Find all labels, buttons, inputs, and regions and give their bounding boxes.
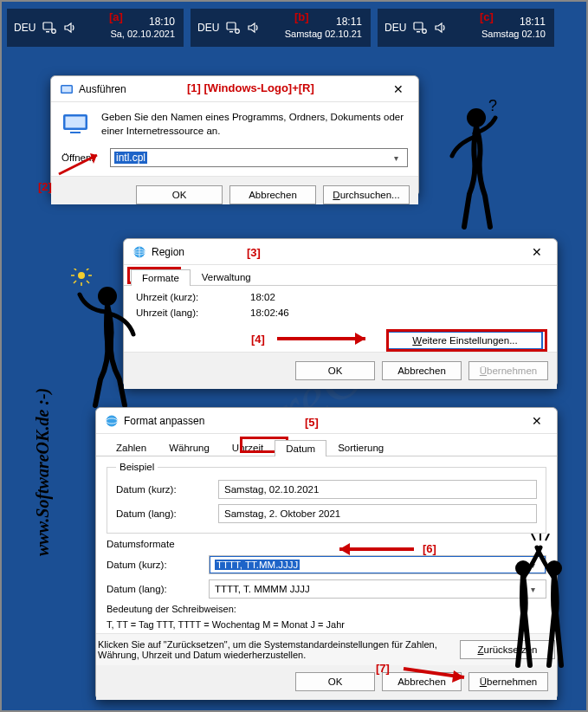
tab-verwaltung[interactable]: Verwaltung bbox=[191, 269, 262, 285]
tray-panel-c: DEU 18:11 Samstag 02.10 bbox=[378, 9, 554, 47]
svg-rect-12 bbox=[66, 117, 86, 128]
figure-thinker: ? bbox=[435, 99, 513, 237]
svg-rect-4 bbox=[229, 31, 233, 32]
open-input[interactable]: intl.cpl ▾ bbox=[110, 148, 408, 167]
callout-2: [2] bbox=[38, 180, 52, 193]
svg-line-28 bbox=[74, 269, 76, 270]
volume-icon[interactable] bbox=[63, 22, 77, 34]
run-big-icon bbox=[61, 111, 91, 135]
row-uhrzeit-kurz: Uhrzeit (kurz):18:02 bbox=[136, 289, 545, 305]
svg-rect-13 bbox=[70, 132, 81, 133]
region-title: Region bbox=[152, 246, 524, 258]
svg-point-23 bbox=[78, 272, 85, 279]
callout-arrow-6 bbox=[327, 540, 417, 558]
watermark-side: www.SoftwareOK.de :-) bbox=[33, 388, 53, 556]
close-button[interactable]: ✕ bbox=[524, 246, 550, 258]
combo-fmt-kurz[interactable]: TTTT, TT.MM.JJJJ ▾ bbox=[209, 555, 546, 574]
browse-button[interactable]: Durchsuchen... bbox=[323, 185, 410, 204]
legend-beispiel: Beispiel bbox=[116, 462, 158, 472]
callout-arrow-4 bbox=[275, 329, 381, 348]
callout-arrow-7 bbox=[402, 662, 480, 683]
callout-6: [6] bbox=[423, 542, 436, 555]
svg-point-5 bbox=[236, 29, 240, 34]
tray-lang-b[interactable]: DEU bbox=[197, 22, 219, 34]
svg-line-14 bbox=[59, 155, 97, 174]
tab-waehrung[interactable]: Währung bbox=[158, 439, 221, 456]
legend-datumsformate: Datumsformate bbox=[107, 539, 546, 549]
close-button[interactable]: ✕ bbox=[385, 83, 411, 95]
tab-zahlen[interactable]: Zahlen bbox=[105, 439, 158, 456]
apply-button[interactable]: Übernehmen bbox=[468, 361, 548, 380]
ok-button[interactable]: OK bbox=[295, 672, 375, 691]
svg-rect-1 bbox=[46, 31, 49, 32]
svg-line-31 bbox=[87, 269, 89, 270]
callout-arrow-2 bbox=[54, 152, 111, 178]
svg-rect-10 bbox=[62, 86, 72, 92]
label-datum-lang: Datum (lang): bbox=[116, 508, 210, 519]
label-fmt-lang: Datum (lang): bbox=[107, 584, 200, 594]
svg-rect-6 bbox=[414, 23, 423, 29]
callout-4: [4] bbox=[251, 333, 265, 346]
region-icon bbox=[132, 245, 146, 259]
hint-body: T, TT = Tag TTT, TTTT = Wochentag M = Mo… bbox=[107, 617, 546, 632]
cancel-button[interactable]: Abbrechen bbox=[382, 361, 462, 380]
callout-b: [b] bbox=[294, 10, 309, 23]
tray-lang[interactable]: DEU bbox=[14, 22, 36, 34]
network-icon[interactable] bbox=[413, 22, 427, 34]
svg-line-42 bbox=[546, 534, 549, 540]
callout-c: [c] bbox=[480, 10, 494, 23]
volume-icon[interactable] bbox=[247, 22, 261, 34]
svg-line-29 bbox=[87, 281, 89, 283]
format-icon bbox=[105, 414, 119, 428]
close-button[interactable]: ✕ bbox=[524, 415, 550, 427]
svg-rect-7 bbox=[417, 31, 420, 32]
svg-point-32 bbox=[107, 415, 118, 426]
run-icon bbox=[60, 82, 74, 96]
value-datum-kurz: Samstag, 02.10.2021 bbox=[218, 480, 537, 499]
svg-marker-37 bbox=[452, 670, 464, 683]
region-dialog: Region ✕ Formate Verwaltung Uhrzeit (kur… bbox=[123, 238, 558, 387]
reset-text: Klicken Sie auf "Zurücksetzen", um die S… bbox=[98, 639, 451, 660]
ok-button[interactable]: OK bbox=[295, 361, 375, 380]
callout-a: [a] bbox=[109, 10, 123, 23]
ok-button[interactable]: OK bbox=[136, 185, 223, 204]
hint-label: Bedeutung der Schreibweisen: bbox=[107, 601, 546, 617]
svg-point-2 bbox=[52, 29, 56, 34]
highlight-more-settings bbox=[386, 329, 547, 352]
format-dialog: Format anpassen ✕ Zahlen Währung Uhrzeit… bbox=[95, 407, 558, 700]
chevron-down-icon[interactable]: ▾ bbox=[388, 153, 404, 163]
fieldset-beispiel: Beispiel Datum (kurz): Samstag, 02.10.20… bbox=[107, 462, 546, 534]
value-datum-lang: Samstag, 2. Oktober 2021 bbox=[218, 504, 537, 523]
callout-5: [5] bbox=[305, 416, 319, 429]
svg-rect-0 bbox=[43, 23, 52, 29]
tray-panel-a: DEU 18:10 Sa, 02.10.2021 bbox=[7, 9, 184, 47]
svg-line-30 bbox=[74, 281, 76, 283]
row-uhrzeit-lang: Uhrzeit (lang):18:02:46 bbox=[136, 305, 545, 320]
svg-line-40 bbox=[532, 534, 535, 540]
network-icon[interactable] bbox=[42, 22, 56, 34]
cancel-button[interactable]: Abbrechen bbox=[229, 185, 316, 204]
callout-3: [3] bbox=[247, 246, 261, 259]
callout-7: [7] bbox=[376, 662, 390, 675]
format-title: Format anpassen bbox=[124, 415, 524, 427]
tab-datum[interactable]: Datum bbox=[275, 440, 326, 456]
label-datum-kurz: Datum (kurz): bbox=[116, 484, 210, 495]
tab-formate[interactable]: Formate bbox=[131, 269, 191, 286]
svg-marker-35 bbox=[339, 543, 350, 555]
volume-icon[interactable] bbox=[434, 22, 448, 34]
figure-idea bbox=[55, 269, 142, 416]
tray-panel-b: DEU 18:11 Samstag 02.10.21 bbox=[191, 9, 371, 47]
combo-fmt-lang[interactable]: TTTT, T. MMMM JJJJ ▾ bbox=[209, 579, 546, 599]
svg-rect-3 bbox=[227, 23, 236, 29]
network-icon[interactable] bbox=[226, 22, 240, 34]
tray-lang-c[interactable]: DEU bbox=[384, 22, 406, 34]
figure-highfive bbox=[497, 534, 584, 698]
callout-1: [1] [Windows-Logo]+[R] bbox=[187, 81, 314, 94]
svg-text:?: ? bbox=[488, 99, 497, 114]
svg-marker-21 bbox=[355, 333, 365, 345]
run-description: Geben Sie den Namen eines Programms, Ord… bbox=[101, 111, 408, 138]
tab-sortierung[interactable]: Sortierung bbox=[326, 439, 395, 456]
label-fmt-kurz: Datum (kurz): bbox=[107, 560, 200, 570]
svg-point-8 bbox=[423, 29, 427, 34]
